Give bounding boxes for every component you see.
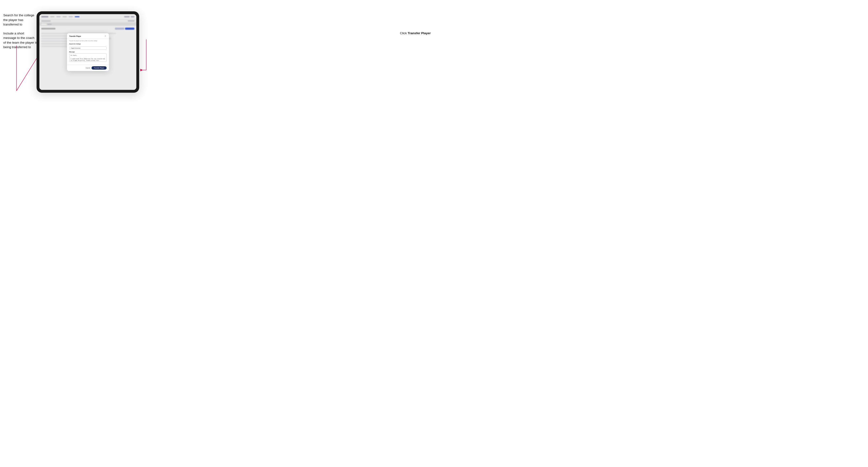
tablet-screen: Transfer Player ✕ Transfer the player an… [39,14,136,90]
tablet-frame: Transfer Player ✕ Transfer the player an… [36,11,139,93]
search-college-input[interactable] [69,46,106,50]
modal-title: Transfer Player [69,35,81,37]
annotation-click-bold: Transfer Player [408,31,431,35]
search-college-label: Search for College [69,43,106,44]
cancel-button[interactable]: Cancel [86,67,90,69]
modal-header: Transfer Player ✕ [67,33,109,39]
annotation-left: Search for the college the player has tr… [3,13,37,54]
annotation-message-text: Include a short message to the coach of … [3,31,37,50]
annotation-click-text: Click [400,31,408,35]
modal-overlay: Transfer Player ✕ Transfer the player an… [39,14,136,90]
modal-description: Transfer the player and their profile to… [69,40,106,42]
annotation-right: Click Transfer Player [400,31,431,35]
modal-close-button[interactable]: ✕ [104,35,106,37]
message-textarea[interactable]: Hi Coach, I understand Chris Robertson h… [69,53,106,62]
modal-footer: Cancel Transfer Player [67,65,109,71]
svg-line-6 [17,59,36,91]
transfer-player-button[interactable]: Transfer Player [92,66,106,69]
transfer-player-modal: Transfer Player ✕ Transfer the player an… [67,33,109,71]
message-label: Message [69,51,106,53]
modal-body: Transfer the player and their profile to… [67,39,109,65]
annotation-search-text: Search for the college the player has tr… [3,13,37,27]
